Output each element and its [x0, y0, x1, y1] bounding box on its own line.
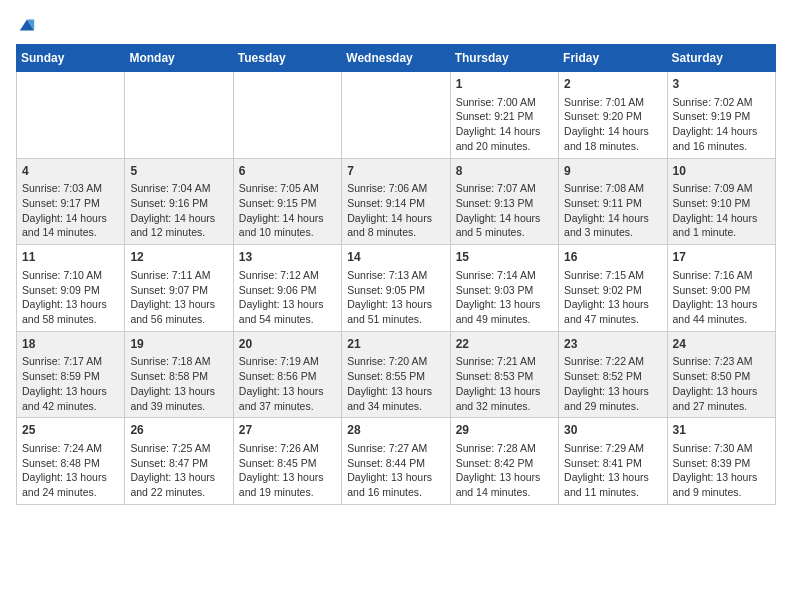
day-info: Sunrise: 7:06 AM Sunset: 9:14 PM Dayligh… [347, 181, 444, 240]
day-number: 22 [456, 336, 553, 353]
calendar-cell: 19Sunrise: 7:18 AM Sunset: 8:58 PM Dayli… [125, 331, 233, 418]
day-number: 1 [456, 76, 553, 93]
calendar-cell: 3Sunrise: 7:02 AM Sunset: 9:19 PM Daylig… [667, 72, 775, 159]
calendar-cell: 26Sunrise: 7:25 AM Sunset: 8:47 PM Dayli… [125, 418, 233, 505]
day-info: Sunrise: 7:02 AM Sunset: 9:19 PM Dayligh… [673, 95, 770, 154]
calendar-cell: 29Sunrise: 7:28 AM Sunset: 8:42 PM Dayli… [450, 418, 558, 505]
day-info: Sunrise: 7:07 AM Sunset: 9:13 PM Dayligh… [456, 181, 553, 240]
calendar-cell: 20Sunrise: 7:19 AM Sunset: 8:56 PM Dayli… [233, 331, 341, 418]
day-number: 31 [673, 422, 770, 439]
day-number: 16 [564, 249, 661, 266]
calendar-cell: 13Sunrise: 7:12 AM Sunset: 9:06 PM Dayli… [233, 245, 341, 332]
day-number: 10 [673, 163, 770, 180]
logo-icon [18, 16, 36, 34]
calendar-cell: 22Sunrise: 7:21 AM Sunset: 8:53 PM Dayli… [450, 331, 558, 418]
calendar-cell: 8Sunrise: 7:07 AM Sunset: 9:13 PM Daylig… [450, 158, 558, 245]
calendar-cell: 2Sunrise: 7:01 AM Sunset: 9:20 PM Daylig… [559, 72, 667, 159]
calendar-week-row: 4Sunrise: 7:03 AM Sunset: 9:17 PM Daylig… [17, 158, 776, 245]
day-info: Sunrise: 7:18 AM Sunset: 8:58 PM Dayligh… [130, 354, 227, 413]
calendar-cell [342, 72, 450, 159]
day-info: Sunrise: 7:10 AM Sunset: 9:09 PM Dayligh… [22, 268, 119, 327]
calendar-cell [17, 72, 125, 159]
calendar-cell: 25Sunrise: 7:24 AM Sunset: 8:48 PM Dayli… [17, 418, 125, 505]
calendar-cell: 5Sunrise: 7:04 AM Sunset: 9:16 PM Daylig… [125, 158, 233, 245]
day-info: Sunrise: 7:23 AM Sunset: 8:50 PM Dayligh… [673, 354, 770, 413]
calendar-cell: 21Sunrise: 7:20 AM Sunset: 8:55 PM Dayli… [342, 331, 450, 418]
day-info: Sunrise: 7:08 AM Sunset: 9:11 PM Dayligh… [564, 181, 661, 240]
weekday-header: Monday [125, 45, 233, 72]
calendar-cell: 27Sunrise: 7:26 AM Sunset: 8:45 PM Dayli… [233, 418, 341, 505]
calendar-week-row: 1Sunrise: 7:00 AM Sunset: 9:21 PM Daylig… [17, 72, 776, 159]
day-number: 17 [673, 249, 770, 266]
calendar-cell: 15Sunrise: 7:14 AM Sunset: 9:03 PM Dayli… [450, 245, 558, 332]
calendar-table: SundayMondayTuesdayWednesdayThursdayFrid… [16, 44, 776, 505]
calendar-cell: 18Sunrise: 7:17 AM Sunset: 8:59 PM Dayli… [17, 331, 125, 418]
day-info: Sunrise: 7:11 AM Sunset: 9:07 PM Dayligh… [130, 268, 227, 327]
day-number: 18 [22, 336, 119, 353]
day-number: 4 [22, 163, 119, 180]
day-number: 9 [564, 163, 661, 180]
logo [16, 16, 36, 32]
day-number: 28 [347, 422, 444, 439]
day-number: 19 [130, 336, 227, 353]
day-number: 11 [22, 249, 119, 266]
calendar-cell: 7Sunrise: 7:06 AM Sunset: 9:14 PM Daylig… [342, 158, 450, 245]
day-info: Sunrise: 7:19 AM Sunset: 8:56 PM Dayligh… [239, 354, 336, 413]
day-number: 29 [456, 422, 553, 439]
day-number: 24 [673, 336, 770, 353]
day-info: Sunrise: 7:03 AM Sunset: 9:17 PM Dayligh… [22, 181, 119, 240]
calendar-cell: 30Sunrise: 7:29 AM Sunset: 8:41 PM Dayli… [559, 418, 667, 505]
day-info: Sunrise: 7:04 AM Sunset: 9:16 PM Dayligh… [130, 181, 227, 240]
day-info: Sunrise: 7:30 AM Sunset: 8:39 PM Dayligh… [673, 441, 770, 500]
calendar-cell: 12Sunrise: 7:11 AM Sunset: 9:07 PM Dayli… [125, 245, 233, 332]
day-info: Sunrise: 7:25 AM Sunset: 8:47 PM Dayligh… [130, 441, 227, 500]
day-info: Sunrise: 7:16 AM Sunset: 9:00 PM Dayligh… [673, 268, 770, 327]
day-number: 6 [239, 163, 336, 180]
calendar-week-row: 25Sunrise: 7:24 AM Sunset: 8:48 PM Dayli… [17, 418, 776, 505]
day-number: 5 [130, 163, 227, 180]
day-info: Sunrise: 7:09 AM Sunset: 9:10 PM Dayligh… [673, 181, 770, 240]
calendar-cell: 24Sunrise: 7:23 AM Sunset: 8:50 PM Dayli… [667, 331, 775, 418]
calendar-cell: 1Sunrise: 7:00 AM Sunset: 9:21 PM Daylig… [450, 72, 558, 159]
day-info: Sunrise: 7:14 AM Sunset: 9:03 PM Dayligh… [456, 268, 553, 327]
calendar-cell [125, 72, 233, 159]
weekday-header: Saturday [667, 45, 775, 72]
calendar-cell: 23Sunrise: 7:22 AM Sunset: 8:52 PM Dayli… [559, 331, 667, 418]
day-number: 20 [239, 336, 336, 353]
day-number: 14 [347, 249, 444, 266]
day-info: Sunrise: 7:21 AM Sunset: 8:53 PM Dayligh… [456, 354, 553, 413]
calendar-cell: 28Sunrise: 7:27 AM Sunset: 8:44 PM Dayli… [342, 418, 450, 505]
weekday-header: Tuesday [233, 45, 341, 72]
day-number: 3 [673, 76, 770, 93]
day-info: Sunrise: 7:20 AM Sunset: 8:55 PM Dayligh… [347, 354, 444, 413]
calendar-cell: 16Sunrise: 7:15 AM Sunset: 9:02 PM Dayli… [559, 245, 667, 332]
day-info: Sunrise: 7:26 AM Sunset: 8:45 PM Dayligh… [239, 441, 336, 500]
day-info: Sunrise: 7:24 AM Sunset: 8:48 PM Dayligh… [22, 441, 119, 500]
day-info: Sunrise: 7:13 AM Sunset: 9:05 PM Dayligh… [347, 268, 444, 327]
day-number: 27 [239, 422, 336, 439]
day-number: 7 [347, 163, 444, 180]
calendar-cell [233, 72, 341, 159]
day-info: Sunrise: 7:15 AM Sunset: 9:02 PM Dayligh… [564, 268, 661, 327]
day-number: 2 [564, 76, 661, 93]
calendar-cell: 14Sunrise: 7:13 AM Sunset: 9:05 PM Dayli… [342, 245, 450, 332]
calendar-cell: 10Sunrise: 7:09 AM Sunset: 9:10 PM Dayli… [667, 158, 775, 245]
day-info: Sunrise: 7:12 AM Sunset: 9:06 PM Dayligh… [239, 268, 336, 327]
day-number: 21 [347, 336, 444, 353]
day-info: Sunrise: 7:22 AM Sunset: 8:52 PM Dayligh… [564, 354, 661, 413]
day-info: Sunrise: 7:00 AM Sunset: 9:21 PM Dayligh… [456, 95, 553, 154]
day-number: 30 [564, 422, 661, 439]
day-number: 12 [130, 249, 227, 266]
day-number: 8 [456, 163, 553, 180]
day-info: Sunrise: 7:05 AM Sunset: 9:15 PM Dayligh… [239, 181, 336, 240]
calendar-cell: 31Sunrise: 7:30 AM Sunset: 8:39 PM Dayli… [667, 418, 775, 505]
weekday-header: Sunday [17, 45, 125, 72]
day-number: 13 [239, 249, 336, 266]
page-header [16, 16, 776, 32]
day-number: 15 [456, 249, 553, 266]
calendar-header-row: SundayMondayTuesdayWednesdayThursdayFrid… [17, 45, 776, 72]
calendar-week-row: 18Sunrise: 7:17 AM Sunset: 8:59 PM Dayli… [17, 331, 776, 418]
calendar-cell: 4Sunrise: 7:03 AM Sunset: 9:17 PM Daylig… [17, 158, 125, 245]
day-number: 26 [130, 422, 227, 439]
calendar-cell: 9Sunrise: 7:08 AM Sunset: 9:11 PM Daylig… [559, 158, 667, 245]
